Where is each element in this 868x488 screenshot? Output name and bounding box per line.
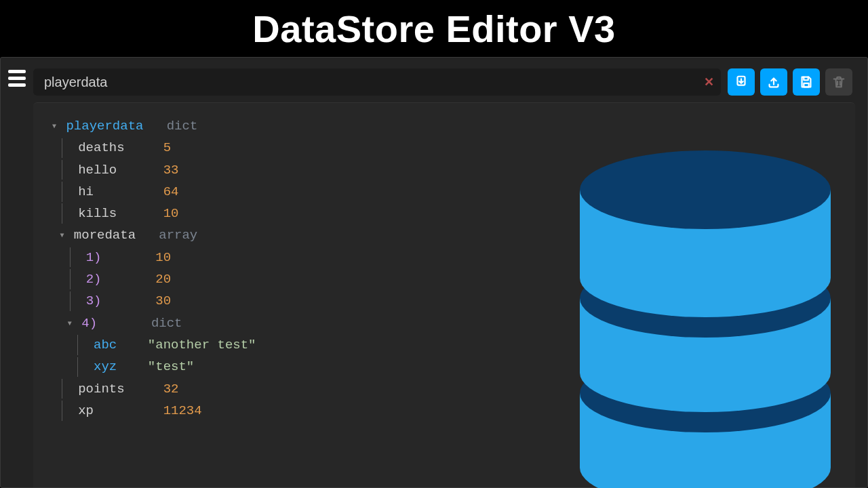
title-bar: DataStore Editor V3 bbox=[0, 0, 868, 57]
editor-window: ✕ ▼ playerdata dict d bbox=[0, 57, 868, 488]
tree-leaf[interactable]: hello 33 bbox=[52, 159, 836, 181]
tree-array-item[interactable]: 1) 10 bbox=[52, 247, 836, 268]
download-button[interactable] bbox=[728, 68, 755, 96]
save-icon bbox=[799, 75, 814, 89]
tree-array-branch[interactable]: ▼ 4) dict bbox=[52, 312, 836, 334]
tree-leaf[interactable]: xp 11234 bbox=[52, 400, 836, 422]
app-title: DataStore Editor V3 bbox=[252, 7, 615, 51]
upload-icon bbox=[766, 75, 781, 89]
tree-leaf[interactable]: kills 10 bbox=[52, 203, 836, 224]
button-group bbox=[728, 68, 852, 96]
tree-leaf[interactable]: xyz "test" bbox=[52, 356, 836, 378]
search-input[interactable] bbox=[33, 68, 721, 96]
tree-root[interactable]: ▼ playerdata dict bbox=[52, 115, 836, 137]
toolbar: ✕ bbox=[33, 68, 855, 96]
tree-view[interactable]: ▼ playerdata dict deaths 5 hello 33 hi 6… bbox=[33, 102, 855, 487]
tree-leaf[interactable]: abc "another test" bbox=[52, 334, 836, 356]
tree-leaf[interactable]: hi 64 bbox=[52, 181, 836, 203]
save-button[interactable] bbox=[793, 68, 820, 96]
menu-icon[interactable] bbox=[8, 70, 26, 87]
search-wrap: ✕ bbox=[33, 68, 721, 96]
tree-leaf[interactable]: points 32 bbox=[52, 378, 836, 400]
tree-branch[interactable]: ▼ moredata array bbox=[52, 224, 836, 246]
tree-array-item[interactable]: 2) 20 bbox=[52, 268, 836, 290]
main-panel: ✕ ▼ playerdata dict d bbox=[33, 58, 867, 487]
tree-leaf[interactable]: deaths 5 bbox=[52, 137, 836, 159]
side-rail bbox=[1, 58, 33, 487]
tree-array-item[interactable]: 3) 30 bbox=[52, 290, 836, 312]
download-icon bbox=[734, 75, 749, 89]
upload-button[interactable] bbox=[760, 68, 787, 96]
clear-x-icon[interactable]: ✕ bbox=[704, 76, 714, 88]
trash-icon bbox=[831, 75, 846, 89]
delete-button[interactable] bbox=[825, 68, 852, 96]
